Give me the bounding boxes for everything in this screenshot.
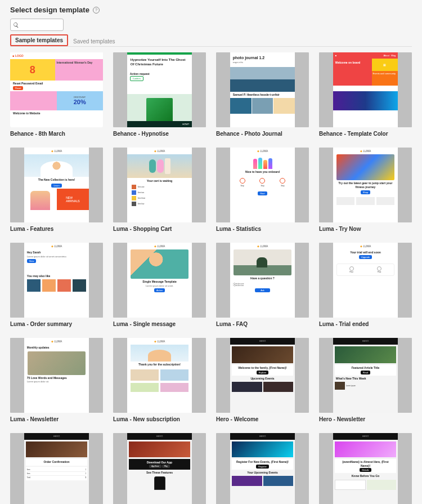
thumb-text: Your cart is waiting bbox=[130, 179, 190, 183]
thumb-text: Your Upcoming Events bbox=[233, 471, 293, 475]
thumb-text: photo journal 1.2 bbox=[233, 55, 293, 60]
template-card[interactable]: HERO Download Our App App Store Play See… bbox=[113, 433, 206, 504]
tab-saved-templates[interactable]: Saved templates bbox=[68, 35, 120, 47]
template-label: Hero - Welcome bbox=[216, 416, 309, 423]
tab-sample-templates[interactable]: Sample templates bbox=[10, 34, 68, 46]
thumb-text: Try out the latest gear to jump start yo… bbox=[336, 181, 396, 189]
template-label: Luma - Newsletter bbox=[10, 416, 103, 423]
thumb-logo: LOGO bbox=[15, 54, 24, 57]
template-label: Luma - Single message bbox=[113, 321, 206, 328]
thumb-text: Welcome to Website bbox=[13, 111, 100, 115]
thumb-text: Register For New Events, {First Name}! bbox=[235, 460, 291, 464]
template-label: Luma - FAQ bbox=[216, 321, 309, 328]
template-label: Luma - New subscription bbox=[113, 416, 206, 423]
thumb-text: 75 Love Words and Messages bbox=[27, 376, 87, 380]
thumb-text: Hey Sarah bbox=[27, 251, 87, 255]
template-card[interactable]: LUMA Monthly updates 75 Love Words and M… bbox=[10, 338, 103, 423]
thumb-text: The New Collection is here! bbox=[27, 178, 87, 182]
tabs: Sample templates Saved templates bbox=[10, 34, 412, 47]
template-label: Luma - Try Now bbox=[319, 226, 412, 233]
thumb-text: Your trial will end soon bbox=[336, 251, 396, 255]
thumb-text: You may also like bbox=[27, 274, 87, 278]
template-card[interactable]: LUMA Have a question ? › Question one› Q… bbox=[216, 243, 309, 328]
thumb-text: Order Confirmation bbox=[29, 460, 85, 464]
search-input[interactable] bbox=[21, 22, 55, 28]
template-card[interactable]: HERO Welcome to the family, {First Name}… bbox=[216, 338, 309, 423]
template-label: Behance - 8th March bbox=[10, 131, 103, 137]
thumb-text: {eventName} is Almost Here, {First Name}… bbox=[338, 460, 394, 467]
template-card[interactable]: LUMA The New Collection is here!Learn NE… bbox=[10, 148, 103, 233]
thumb-text: 20% bbox=[74, 99, 86, 105]
template-card[interactable]: HERO Featured Article TitleRead What's N… bbox=[319, 338, 412, 423]
thumb-text: Upcoming Events bbox=[233, 377, 293, 381]
thumb-text: Single Message Template bbox=[130, 280, 190, 284]
search-input-wrap[interactable] bbox=[10, 19, 64, 31]
thumb-text: Have a question ? bbox=[233, 276, 293, 280]
thumb-text: International Woman's Day bbox=[57, 61, 93, 64]
thumb-text: Hypnotize Yourself Into The Ghost Of Chr… bbox=[131, 58, 189, 67]
thumb-text: What's New This Week bbox=[336, 377, 396, 381]
thumb-text: Download Our App bbox=[131, 461, 189, 464]
template-card[interactable]: HERO {eventName} is Almost Here, {First … bbox=[319, 433, 412, 504]
thumb-text: Welcome on board bbox=[335, 61, 361, 64]
template-label: Luma - Shopping Cart bbox=[113, 226, 206, 233]
thumb-text: Events and community bbox=[372, 71, 398, 86]
template-card[interactable]: LUMA Single Message TemplateLorem ipsum … bbox=[113, 243, 206, 328]
thumb-text: Nice to have you onboard bbox=[233, 170, 293, 174]
template-label: Luma - Features bbox=[10, 226, 103, 233]
template-card[interactable]: LUMA Try out the latest gear to jump sta… bbox=[319, 148, 412, 233]
template-card[interactable]: ■About Blog Welcome on board ▦ Events an… bbox=[319, 52, 412, 137]
thumb-text: Thank you for the subscription! bbox=[130, 363, 190, 367]
thumb-text: Welcome to the family, {First Name}! bbox=[235, 366, 291, 370]
template-card[interactable]: ■LOGO 8 International Woman's Day Reset … bbox=[10, 52, 103, 137]
template-card[interactable]: Hypnotize Yourself Into The Ghost Of Chr… bbox=[113, 52, 206, 137]
thumb-text: Action request bbox=[130, 72, 190, 76]
template-card[interactable]: LUMA Your cart is waiting Item one Item … bbox=[113, 148, 206, 233]
thumb-text: Reset Password Email bbox=[13, 82, 100, 86]
template-card[interactable]: HERO Register For New Events, {First Nam… bbox=[216, 433, 309, 504]
template-label: Behance - Hypnotise bbox=[113, 131, 206, 137]
thumb-text: Know Before You Go bbox=[336, 474, 396, 478]
template-label: Behance - Photo Journal bbox=[216, 131, 309, 137]
page-title: Select design template bbox=[10, 6, 89, 14]
template-label: Luma - Statistics bbox=[216, 226, 309, 233]
template-label: Behance - Template Color bbox=[319, 131, 412, 137]
template-card[interactable]: photo journal 1.2images in this Samuel P… bbox=[216, 52, 309, 137]
template-card[interactable]: LUMA Nice to have you onboard Step Step … bbox=[216, 148, 309, 233]
template-card[interactable]: LUMA Your trial will end soonUpgrade Fea… bbox=[319, 243, 412, 328]
help-icon[interactable]: ? bbox=[93, 7, 100, 14]
search-icon bbox=[13, 22, 19, 28]
thumb-text: Monthly updates bbox=[27, 346, 87, 350]
template-card[interactable]: LUMA Hey SarahLorem ipsum dolor sit amet… bbox=[10, 243, 103, 328]
templates-grid: ■LOGO 8 International Woman's Day Reset … bbox=[10, 52, 412, 504]
thumb-text: Featured Article Title bbox=[338, 366, 394, 370]
thumb-text: See These Features bbox=[130, 471, 190, 475]
template-label: Luma - Order summary bbox=[10, 321, 103, 328]
thumb-text: Samuel P. Heartless hassle-t-unfair bbox=[233, 93, 293, 97]
template-label: Luma - Trial ended bbox=[319, 321, 412, 328]
thumb-text: HOW? bbox=[127, 121, 192, 127]
template-card[interactable]: LUMA Thank you for the subscription! Lum… bbox=[113, 338, 206, 423]
template-label: Hero - Newsletter bbox=[319, 416, 412, 423]
template-card[interactable]: HERO Order Confirmation Item1 Item1 Tota… bbox=[10, 433, 103, 504]
